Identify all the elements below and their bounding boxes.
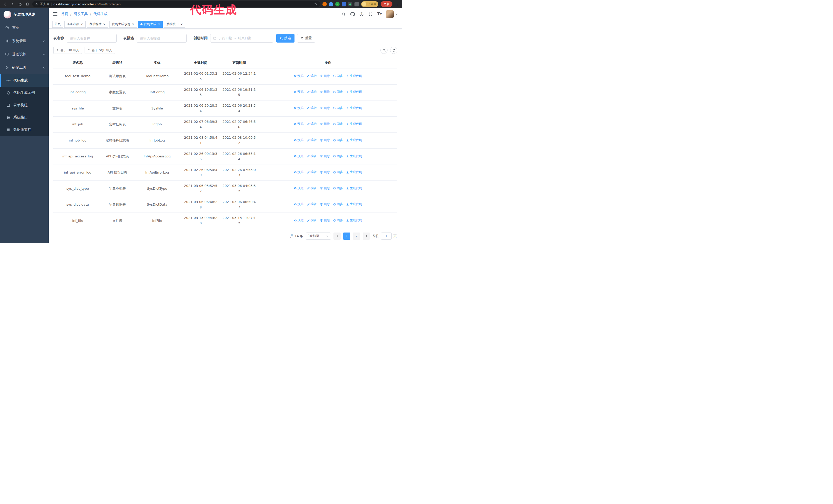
url-bar[interactable]: 不安全 dashboard.yudao.iocoder.cn/tool/code… [32, 1, 320, 7]
help-icon[interactable]: ? [359, 12, 364, 17]
view-tab[interactable]: 代码生成示例× [110, 21, 137, 28]
browser-menu-icon[interactable]: ⋮ [395, 2, 399, 6]
action-eye[interactable]: 预览 [294, 90, 304, 94]
action-edit[interactable]: 编辑 [307, 170, 317, 174]
action-eye[interactable]: 预览 [294, 121, 304, 126]
action-download[interactable]: 生成代码 [346, 154, 362, 159]
prev-page-button[interactable] [333, 233, 341, 240]
action-delete[interactable]: 删除 [320, 202, 330, 207]
action-delete[interactable]: 删除 [320, 186, 330, 191]
sidebar-item-api[interactable]: 系统接口 [0, 111, 49, 124]
action-sync[interactable]: 同步 [333, 218, 343, 223]
sidebar-item-devtools[interactable]: 研发工具 [0, 61, 49, 74]
action-delete[interactable]: 删除 [320, 170, 330, 174]
extension-icon[interactable]: ✓ [335, 2, 340, 6]
page-button[interactable]: 1 [343, 233, 350, 240]
action-delete[interactable]: 删除 [320, 90, 330, 94]
action-sync[interactable]: 同步 [333, 74, 343, 78]
reload-icon[interactable] [18, 2, 23, 7]
close-icon[interactable]: × [132, 23, 135, 26]
view-tab[interactable]: 链路追踪× [64, 21, 86, 28]
next-page-button[interactable] [363, 233, 370, 240]
fullscreen-icon[interactable] [368, 12, 373, 17]
action-delete[interactable]: 删除 [320, 154, 330, 159]
breadcrumb-home[interactable]: 首页 [61, 12, 68, 17]
view-tab[interactable]: 首页 [52, 21, 63, 28]
close-icon[interactable]: × [80, 23, 83, 26]
action-edit[interactable]: 编辑 [307, 202, 317, 207]
github-icon[interactable] [350, 12, 355, 17]
action-download[interactable]: 生成代码 [346, 202, 362, 207]
action-eye[interactable]: 预览 [294, 170, 304, 174]
sidebar-item-system[interactable]: 系统管理 [0, 34, 49, 48]
action-edit[interactable]: 编辑 [307, 74, 317, 78]
import-db-button[interactable]: 基于 DB 导入 [53, 47, 82, 54]
sidebar-toggle-icon[interactable] [53, 12, 57, 16]
action-eye[interactable]: 预览 [294, 154, 304, 159]
action-edit[interactable]: 编辑 [307, 105, 317, 111]
action-sync[interactable]: 同步 [333, 90, 343, 94]
action-download[interactable]: 生成代码 [346, 74, 362, 78]
sidebar-item-codegen-demo[interactable]: 代码生成示例 [0, 87, 49, 99]
action-edit[interactable]: 编辑 [307, 186, 317, 191]
page-size-select[interactable]: 10条/页 [306, 233, 331, 240]
close-icon[interactable]: × [158, 23, 161, 26]
action-delete[interactable]: 删除 [320, 121, 330, 126]
sidebar-item-home[interactable]: 首页 [0, 21, 49, 34]
action-edit[interactable]: 编辑 [307, 90, 317, 94]
action-sync[interactable]: 同步 [333, 186, 343, 191]
breadcrumb-devtools[interactable]: 研发工具 [74, 12, 88, 17]
action-eye[interactable]: 预览 [294, 186, 304, 191]
action-delete[interactable]: 删除 [320, 218, 330, 223]
search-button[interactable]: 搜索 [276, 34, 294, 43]
sidebar-item-form-builder[interactable]: 表单构建 [0, 99, 49, 111]
action-eye[interactable]: 预览 [294, 74, 304, 78]
date-range-picker[interactable]: 开始日期 - 结束日期 [210, 34, 273, 43]
breadcrumb-codegen[interactable]: 代码生成 [93, 12, 108, 17]
table-name-input[interactable] [67, 34, 117, 43]
action-edit[interactable]: 编辑 [307, 121, 317, 126]
extension-icon[interactable] [342, 2, 346, 6]
action-download[interactable]: 生成代码 [346, 90, 362, 94]
extension-icon[interactable] [323, 2, 327, 6]
view-tab[interactable]: 表单构建× [87, 21, 108, 28]
reset-button[interactable]: 重置 [297, 34, 315, 43]
action-eye[interactable]: 预览 [294, 202, 304, 207]
app-logo[interactable]: 芋道管理系统 [0, 8, 49, 21]
action-download[interactable]: 生成代码 [346, 121, 362, 126]
security-warning-icon[interactable] [35, 3, 38, 6]
sidebar-item-infra[interactable]: 基础设施 [0, 48, 49, 61]
font-size-icon[interactable]: TT [377, 12, 382, 17]
action-sync[interactable]: 同步 [333, 202, 343, 207]
action-eye[interactable]: 预览 [294, 105, 304, 111]
action-delete[interactable]: 删除 [320, 105, 330, 111]
action-sync[interactable]: 同步 [333, 121, 343, 126]
action-delete[interactable]: 删除 [320, 138, 330, 143]
view-tab[interactable]: 代码生成× [138, 21, 163, 28]
sidebar-item-db-doc[interactable]: 数据库文档 [0, 124, 49, 136]
action-sync[interactable]: 同步 [333, 105, 343, 111]
page-button[interactable]: 2 [353, 233, 360, 240]
security-label[interactable]: 不安全 [40, 2, 50, 6]
close-icon[interactable]: × [180, 23, 183, 26]
browser-update-button[interactable]: 更新 [381, 1, 392, 7]
action-sync[interactable]: 同步 [333, 170, 343, 174]
action-download[interactable]: 生成代码 [346, 105, 362, 111]
user-menu[interactable] [386, 10, 398, 18]
action-download[interactable]: 生成代码 [346, 170, 362, 174]
refresh-icon[interactable] [390, 47, 397, 54]
action-download[interactable]: 生成代码 [346, 186, 362, 191]
extension-icon[interactable]: ● [348, 2, 352, 6]
action-sync[interactable]: 同步 [333, 154, 343, 159]
back-icon[interactable] [3, 2, 8, 7]
toggle-search-icon[interactable] [380, 47, 387, 54]
bookmark-star-icon[interactable] [314, 2, 317, 6]
puzzle-extension-icon[interactable] [355, 2, 359, 6]
action-edit[interactable]: 编辑 [307, 138, 317, 143]
view-tab[interactable]: 系统接口× [164, 21, 185, 28]
action-edit[interactable]: 编辑 [307, 218, 317, 223]
close-icon[interactable]: × [103, 23, 106, 26]
action-download[interactable]: 生成代码 [346, 218, 362, 223]
action-sync[interactable]: 同步 [333, 138, 343, 143]
forward-icon[interactable] [10, 2, 15, 7]
